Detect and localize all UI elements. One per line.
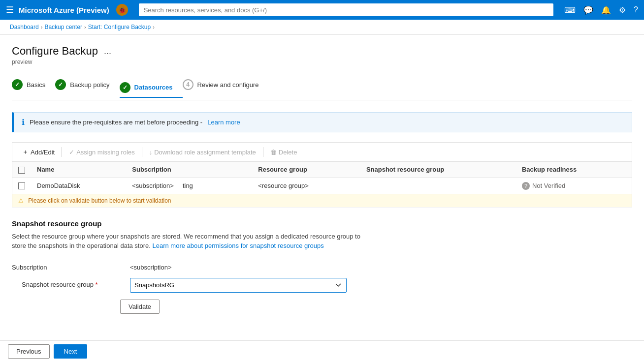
table-row: DemoDataDisk <subscription> ting <resour… [12,178,632,194]
snapshot-section-title: Snapshot resource group [12,219,632,228]
info-text: Please ensure the pre-requisites are met… [30,119,202,126]
not-verified-badge: ? Not Verified [522,182,626,190]
hamburger-menu-icon[interactable]: ☰ [6,4,14,15]
warning-cell: ⚠ Please click on validate button below … [12,194,632,207]
breadcrumb-configure-backup[interactable]: Start: Configure Backup [88,24,151,30]
notifications-icon[interactable]: 🔔 [601,5,611,15]
page-title-row: Configure Backup ... [12,45,632,58]
row-resource-group: <resource group> [252,178,360,194]
breadcrumb-backup-center[interactable]: Backup center [44,24,82,30]
subscription-form-row: Subscription <subscription> [12,261,632,271]
warning-icon: ⚠ [18,197,24,204]
wizard-steps: ✓ Basics ✓ Backup policy ✓ Datasources 4… [12,75,632,100]
page-title: Configure Backup [12,45,98,58]
wizard-step-basics[interactable]: ✓ Basics [12,75,55,94]
assign-roles-label: Assign missing roles [76,149,135,156]
breadcrumb-dashboard[interactable]: Dashboard [10,24,39,30]
toolbar-separator-2 [142,147,142,157]
row-subscription: <subscription> ting [126,178,252,194]
breadcrumb-sep-3: › [153,24,155,30]
table-header-row: Name Subscription Resource group Snapsho… [12,162,632,178]
toolbar-separator-3 [263,147,263,157]
header-subscription: Subscription [126,162,252,178]
step-icon-datasources: ✓ [120,82,130,93]
header-name: Name [31,162,126,178]
validate-button[interactable]: Validate [120,300,160,314]
toolbar-separator-1 [62,147,62,157]
add-edit-label: Add/Edit [31,149,55,156]
header-snapshot-resource-group: Snapshot resource group [360,162,516,178]
row-resource-group-part: ting [183,182,193,189]
snapshot-learn-more-link[interactable]: Learn more about permissions for snapsho… [152,242,323,249]
breadcrumb: Dashboard › Backup center › Start: Confi… [0,20,644,35]
step-label-backup-policy: Backup policy [70,81,109,89]
row-subscription-value: <subscription> [132,182,174,189]
subscription-value: <subscription> [130,261,172,271]
topbar-icons: ⌨ 💬 🔔 ⚙ ? [564,5,638,15]
header-checkbox[interactable] [18,167,25,174]
topbar-title: Microsoft Azure (Preview) [19,6,109,14]
terminal-icon[interactable]: ⌨ [564,5,576,15]
step-label-datasources: Datasources [134,84,173,91]
row-backup-readiness: ? Not Verified [516,178,632,194]
header-checkbox-cell [12,162,32,178]
breadcrumb-sep-2: › [84,24,86,30]
wizard-step-datasources[interactable]: ✓ Datasources [120,78,183,98]
resource-group-label: Snapshot resource group [22,278,120,288]
datasource-table: Name Subscription Resource group Snapsho… [12,161,632,208]
delete-label: Delete [279,149,297,156]
download-template-label: Download role assignment template [154,149,256,156]
more-options-icon[interactable]: ... [104,46,111,57]
previous-button[interactable]: Previous [8,344,50,359]
step-icon-review: 4 [183,79,193,90]
breadcrumb-sep-1: › [41,24,43,30]
header-resource-group: Resource group [252,162,360,178]
step-label-review: Review and configure [197,81,259,89]
feedback-icon[interactable]: 💬 [583,5,593,15]
info-banner: ℹ Please ensure the pre-requisites are m… [12,112,632,132]
table-toolbar: ＋ Add/Edit ✓ Assign missing roles ↓ Down… [12,142,632,161]
step-label-basics: Basics [27,81,45,89]
delete-button[interactable]: 🗑 Delete [265,147,302,158]
plus-icon: ＋ [22,148,29,156]
add-edit-button[interactable]: ＋ Add/Edit [17,146,60,158]
row-checkbox-cell [12,178,32,194]
not-verified-text: Not Verified [532,182,565,189]
not-verified-icon: ? [522,182,530,190]
next-button[interactable]: Next [54,344,88,359]
main-content: Configure Backup ... preview ✓ Basics ✓ … [0,35,644,361]
row-checkbox[interactable] [18,182,25,189]
row-name: DemoDataDisk [31,178,126,194]
settings-icon[interactable]: ⚙ [619,5,626,15]
search-input[interactable] [139,3,553,16]
topbar: ☰ Microsoft Azure (Preview) 🐞 ⌨ 💬 🔔 ⚙ ? [0,0,644,20]
bug-icon[interactable]: 🐞 [116,4,128,16]
warning-row: ⚠ Please click on validate button below … [12,194,632,207]
learn-more-link[interactable]: Learn more [207,119,240,126]
page-subtitle: preview [12,59,632,65]
info-icon: ℹ [22,118,25,127]
wizard-step-backup-policy[interactable]: ✓ Backup policy [55,75,119,94]
download-template-button[interactable]: ↓ Download role assignment template [144,147,261,158]
download-icon: ↓ [149,149,153,156]
step-icon-backup-policy: ✓ [55,79,66,90]
snapshot-section-desc: Select the resource group where your sna… [12,232,366,251]
assign-roles-button[interactable]: ✓ Assign missing roles [64,147,140,158]
warning-text: Please click on validate button below to… [28,197,171,204]
wizard-step-review[interactable]: 4 Review and configure [183,75,269,94]
resource-group-form-row: Snapshot resource group SnapshotsRG [12,278,632,293]
header-backup-readiness: Backup readiness [516,162,632,178]
step-icon-basics: ✓ [12,79,23,90]
row-snapshot-resource-group [360,178,516,194]
subscription-label: Subscription [12,261,110,271]
trash-icon: 🗑 [270,149,277,156]
checkmark-icon: ✓ [69,149,74,156]
bottom-bar: Previous Next [0,340,644,361]
help-icon[interactable]: ? [634,5,638,14]
snapshot-resource-group-select[interactable]: SnapshotsRG [130,278,347,293]
